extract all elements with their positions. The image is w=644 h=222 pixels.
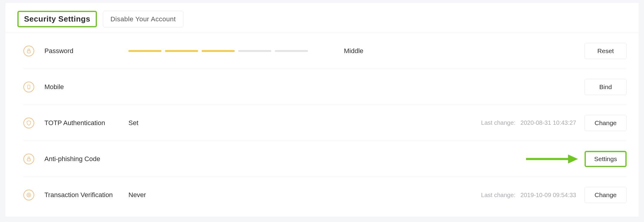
settings-list: Password Middle Reset M — [5, 33, 639, 213]
totp-meta-label: Last change: — [481, 119, 516, 126]
svg-point-6 — [27, 193, 31, 197]
txverify-meta-label: Last change: — [481, 192, 516, 198]
txverify-label: Transaction Verification — [44, 191, 128, 199]
tab-disable-account[interactable]: Disable Your Account — [103, 11, 183, 27]
strength-bar-3 — [202, 50, 235, 52]
totp-label: TOTP Authentication — [44, 119, 128, 127]
arrow-annotation-icon — [525, 152, 579, 166]
target-icon — [23, 190, 34, 200]
password-strength-meter — [128, 50, 308, 52]
strength-bar-1 — [128, 50, 161, 52]
mobile-label: Mobile — [44, 83, 128, 91]
bind-mobile-button[interactable]: Bind — [585, 79, 627, 95]
totp-last-change: Last change: 2020-08-31 10:43:27 — [481, 119, 576, 126]
password-value-area: Middle — [128, 47, 585, 55]
txverify-last-change: Last change: 2019-10-09 09:54:33 — [481, 192, 576, 199]
change-txverify-button[interactable]: Change — [585, 187, 627, 203]
shield-icon — [23, 118, 34, 128]
totp-meta-value: 2020-08-31 10:43:27 — [520, 119, 576, 126]
row-antiphishing: Anti-phishing Code Settings — [23, 141, 627, 177]
txverify-value-area: Never — [128, 191, 481, 199]
svg-marker-5 — [568, 154, 578, 164]
antiphishing-settings-button[interactable]: Settings — [585, 151, 627, 167]
row-totp: TOTP Authentication Set Last change: 202… — [23, 105, 627, 141]
strength-bar-5 — [275, 50, 308, 52]
svg-rect-3 — [27, 159, 31, 161]
security-panel: Security Settings Disable Your Account P… — [5, 3, 639, 217]
change-totp-button[interactable]: Change — [585, 115, 627, 131]
row-transaction-verification: Transaction Verification Never Last chan… — [23, 177, 627, 213]
row-password: Password Middle Reset — [23, 33, 627, 69]
tabs-bar: Security Settings Disable Your Account — [5, 3, 639, 33]
strength-bar-2 — [165, 50, 198, 52]
txverify-meta-value: 2019-10-09 09:54:33 — [520, 192, 576, 198]
strength-bar-4 — [238, 50, 271, 52]
lock-icon — [23, 154, 34, 164]
phone-icon — [23, 82, 34, 92]
tab-security-settings[interactable]: Security Settings — [17, 11, 97, 27]
password-label: Password — [44, 47, 128, 55]
svg-point-7 — [28, 194, 30, 196]
lock-icon — [23, 46, 34, 56]
totp-value-area: Set — [128, 119, 481, 127]
antiphishing-label: Anti-phishing Code — [44, 155, 128, 163]
password-strength-text: Middle — [344, 47, 363, 55]
txverify-value: Never — [128, 191, 146, 199]
svg-rect-0 — [27, 51, 31, 53]
totp-value: Set — [128, 119, 138, 127]
reset-password-button[interactable]: Reset — [585, 43, 627, 59]
row-mobile: Mobile Bind — [23, 69, 627, 105]
